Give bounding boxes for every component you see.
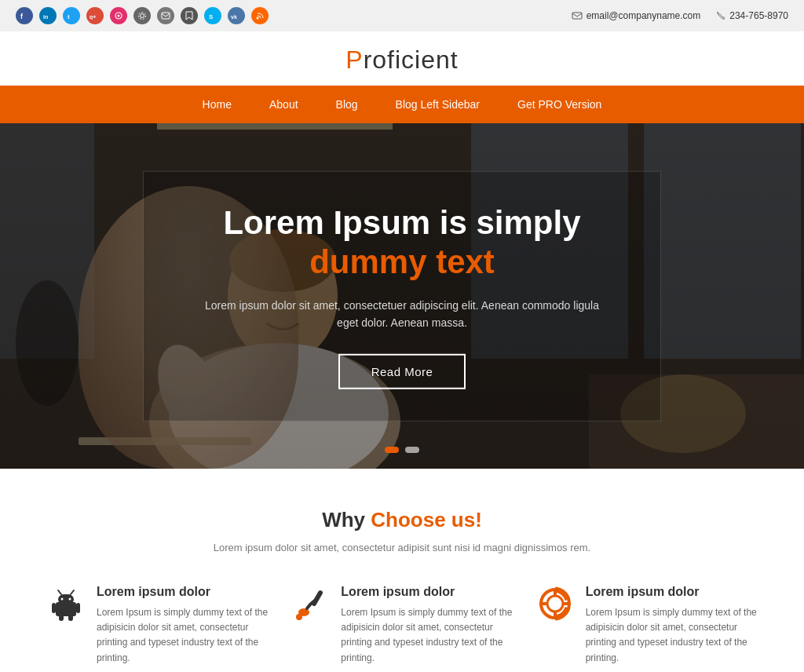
why-title-accent: Choose us! [371,508,482,531]
svg-rect-38 [68,615,73,621]
svg-point-6 [141,14,144,18]
svg-text:vk: vk [231,14,237,20]
feature-android: Lorem ipsum dolor Lorem Ipsum is simply … [47,585,268,666]
site-title: Proficient [0,46,804,75]
lifebuoy-icon [536,585,574,623]
svg-rect-35 [52,603,56,613]
phone-icon [716,11,725,20]
top-bar: f in t g+ S [0,0,804,31]
feature-support-text: Lorem ipsum dolor Lorem Ipsum is simply … [586,585,757,666]
nav-about[interactable]: About [250,86,317,123]
twitter-icon[interactable]: t [63,7,80,24]
phone-text: 234-765-8970 [729,10,788,21]
svg-text:f: f [20,13,24,20]
svg-rect-37 [59,615,64,621]
features-grid: Lorem ipsum dolor Lorem Ipsum is simply … [47,585,757,666]
svg-text:t: t [68,13,70,20]
svg-line-33 [58,590,61,594]
svg-point-7 [139,13,146,20]
svg-text:in: in [43,14,48,20]
svg-rect-8 [162,13,170,19]
svg-point-12 [257,17,259,20]
svg-marker-9 [186,12,192,20]
google-plus-icon[interactable]: g+ [86,7,104,24]
skype-icon[interactable]: S [204,7,221,24]
hero-title-accent: dummy text [309,243,495,280]
phone-contact: 234-765-8970 [716,10,788,21]
why-section: Why Choose us! Lorem ipsum dolor sit ame… [0,469,804,672]
feature-android-title: Lorem ipsum dolor [97,585,268,599]
slider-dot-1[interactable] [385,447,399,453]
android-icon [47,585,85,623]
nav-get-pro[interactable]: Get PRO Version [499,86,620,123]
why-title-plain: Why [322,508,371,531]
why-title: Why Choose us! [47,508,757,532]
hero-content-box: Lorem Ipsum is simply dummy text Lorem i… [143,171,661,422]
svg-point-32 [69,598,71,601]
svg-text:S: S [209,13,214,20]
social-icons-group: f in t g+ S [16,7,269,24]
hero-title-plain: Lorem Ipsum is simply [223,204,580,241]
why-subtitle: Lorem ipsum dolor sit amet, consectetur … [47,542,757,553]
email-contact: email@companyname.com [572,10,701,21]
bookmark-icon[interactable] [181,7,198,24]
contact-info: email@companyname.com 234-765-8970 [572,10,788,21]
feature-brush-body: Lorem Ipsum is simply dummy text of the … [341,605,512,666]
svg-line-34 [71,590,74,594]
facebook-icon[interactable]: f [16,7,33,24]
svg-text:g+: g+ [90,14,96,20]
main-navigation: Home About Blog Blog Left Sidebar Get PR… [0,86,804,123]
svg-rect-39 [311,590,323,607]
nav-blog-left-sidebar[interactable]: Blog Left Sidebar [377,86,499,123]
feature-support-title: Lorem ipsum dolor [586,585,757,599]
slider-dots [385,447,419,453]
feature-support: Lorem ipsum dolor Lorem Ipsum is simply … [536,585,757,666]
feature-brush-text: Lorem ipsum dolor Lorem Ipsum is simply … [341,585,512,666]
svg-rect-36 [76,603,80,613]
svg-rect-13 [572,13,582,19]
svg-point-41 [296,614,302,620]
feature-brush-title: Lorem ipsum dolor [341,585,512,599]
mail2-icon[interactable] [157,7,174,24]
hero-read-more-button[interactable]: Read More [338,353,466,389]
feature-brush: Lorem ipsum dolor Lorem Ipsum is simply … [291,585,512,666]
settings-icon[interactable] [133,7,151,24]
feature-android-text: Lorem ipsum dolor Lorem Ipsum is simply … [97,585,268,666]
feature-android-body: Lorem Ipsum is simply dummy text of the … [97,605,268,666]
title-rest: roficient [364,46,459,74]
hero-body-text: Lorem ipsum dolor sit amet, consectetuer… [198,297,606,332]
brush-icon [291,585,329,623]
feature-support-body: Lorem Ipsum is simply dummy text of the … [586,605,757,666]
nav-home[interactable]: Home [184,86,250,123]
rss-icon[interactable] [251,7,269,24]
site-header: Proficient [0,31,804,86]
vk-icon[interactable]: vk [228,7,245,24]
nav-blog[interactable]: Blog [317,86,377,123]
linkedin-icon[interactable]: in [39,7,57,24]
title-accent-letter: P [345,46,363,74]
svg-point-5 [118,15,120,17]
slider-dot-2[interactable] [405,447,419,453]
svg-point-31 [61,598,64,601]
email-text: email@companyname.com [587,10,701,21]
svg-point-43 [547,596,563,612]
svg-rect-30 [58,594,74,604]
email-icon [572,12,583,20]
hero-section: Lorem Ipsum is simply dummy text Lorem i… [0,123,804,469]
hero-title: Lorem Ipsum is simply dummy text [183,203,621,283]
instagram-icon[interactable] [110,7,127,24]
